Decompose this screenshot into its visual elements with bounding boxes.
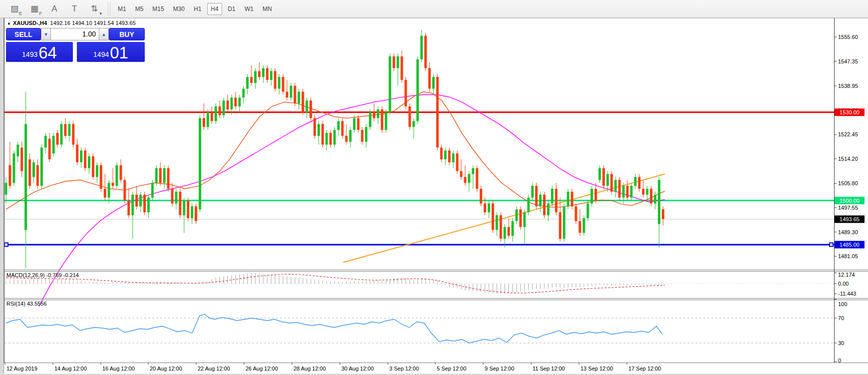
candle xyxy=(44,136,47,148)
date-axis-label: 22 Aug 12:00 xyxy=(198,366,230,372)
svg-text:1500.00: 1500.00 xyxy=(840,198,860,204)
sell-button[interactable]: SELL xyxy=(6,28,41,40)
timeframe-button-m30[interactable]: M30 xyxy=(170,3,188,15)
timeframe-button-m15[interactable]: M15 xyxy=(149,3,167,15)
candle xyxy=(512,221,514,236)
lot-increase-button[interactable]: ▲ xyxy=(99,28,109,40)
candle xyxy=(365,127,367,141)
candle xyxy=(329,133,332,145)
candle xyxy=(527,198,530,213)
date-axis-label: 20 Aug 12:00 xyxy=(150,366,182,372)
candle xyxy=(127,201,130,216)
rsi-axis-label: 30 xyxy=(838,340,844,346)
candle xyxy=(464,177,466,183)
macd-label: MACD(12,26,9) -0.769 -0.214 xyxy=(6,272,79,278)
candle xyxy=(586,204,589,219)
price-axis-label: 1505.80 xyxy=(838,180,858,186)
timeframe-button-h1[interactable]: H1 xyxy=(190,3,205,15)
candle xyxy=(357,118,359,130)
candle xyxy=(321,124,324,144)
candle xyxy=(638,177,640,189)
text-box-icon[interactable]: T xyxy=(67,3,82,15)
timeframe-button-m1[interactable]: M1 xyxy=(114,3,130,15)
candle xyxy=(104,189,106,198)
candle xyxy=(412,121,415,127)
candle xyxy=(227,100,229,109)
candle xyxy=(531,186,534,198)
candle xyxy=(662,209,664,219)
candle xyxy=(519,209,522,227)
rsi-label: RSI(14) 43.5556 xyxy=(6,301,47,307)
lot-decrease-button[interactable]: ▼ xyxy=(41,28,51,40)
candle xyxy=(175,192,178,204)
sell-price-big-figure: 1493 xyxy=(22,48,37,61)
candle xyxy=(500,215,502,239)
candle xyxy=(610,174,613,192)
svg-text:1493.65: 1493.65 xyxy=(840,216,860,222)
rsi-axis-label: 0 xyxy=(838,358,841,364)
candle xyxy=(278,77,281,89)
candle xyxy=(286,92,289,98)
date-axis-label: 16 Aug 12:00 xyxy=(102,366,135,372)
candle xyxy=(385,112,387,130)
candle xyxy=(52,136,55,153)
candle xyxy=(448,150,451,162)
line-handle-icon[interactable] xyxy=(4,243,8,246)
lot-size-input[interactable]: 1.00 xyxy=(51,28,99,40)
candle xyxy=(436,77,439,147)
date-axis-label: 3 Sep 12:00 xyxy=(389,366,419,372)
candle xyxy=(381,109,383,130)
candle xyxy=(404,80,407,106)
candle xyxy=(262,68,265,77)
candle xyxy=(191,206,193,218)
candle xyxy=(187,201,189,218)
timeframe-button-h4[interactable]: H4 xyxy=(207,3,222,15)
buy-price-points: 01 xyxy=(110,44,128,61)
date-axis-label: 17 Sep 12:00 xyxy=(628,366,661,372)
candle xyxy=(543,195,546,215)
draw-objects-icon[interactable]: ▨E xyxy=(7,3,22,15)
candle xyxy=(590,189,593,204)
price-axis-label: 1522.45 xyxy=(838,131,858,137)
candle xyxy=(444,150,447,159)
sort-arrows-icon[interactable]: ⇅▾ xyxy=(87,3,102,15)
candle xyxy=(231,97,233,109)
candle xyxy=(64,124,66,136)
rsi-line[interactable] xyxy=(6,315,662,344)
candle xyxy=(112,183,114,186)
candle xyxy=(472,168,474,174)
text-label-icon[interactable]: A xyxy=(47,3,62,15)
candle xyxy=(598,168,601,180)
line-handle-icon[interactable] xyxy=(830,243,833,246)
price-axis-label: 1514.20 xyxy=(838,156,858,162)
candle xyxy=(452,153,455,162)
candle xyxy=(171,189,174,204)
candle xyxy=(305,100,308,112)
candle xyxy=(516,209,518,221)
timeframe-button-mn[interactable]: MN xyxy=(259,3,276,15)
price-axis-label: 1547.35 xyxy=(838,58,858,64)
sell-price-box[interactable]: 1493 64 xyxy=(6,42,73,62)
candle xyxy=(602,168,605,186)
buy-button[interactable]: BUY xyxy=(109,28,145,40)
candle xyxy=(523,212,526,227)
rsi-axis-label: 70 xyxy=(838,315,844,321)
candle xyxy=(535,186,538,206)
chart-title: ▲XAUUSD-,H4 1492.16 1494.10 1491.54 1493… xyxy=(7,20,136,26)
timeframe-button-w1[interactable]: W1 xyxy=(241,3,257,15)
candle xyxy=(622,186,625,198)
candle xyxy=(389,56,391,112)
candle xyxy=(60,124,63,144)
macd-axis-label: 12.174 xyxy=(838,272,855,278)
candle xyxy=(84,150,86,168)
grid-indicator-icon[interactable]: ▦F xyxy=(27,3,42,15)
candle xyxy=(135,195,138,207)
timeframe-button-m5[interactable]: M5 xyxy=(132,3,147,15)
buy-price-box[interactable]: 1494 01 xyxy=(77,42,145,62)
timeframe-button-d1[interactable]: D1 xyxy=(224,3,239,15)
candle xyxy=(460,171,462,177)
collapse-triangle-icon[interactable]: ▲ xyxy=(7,21,11,25)
candle xyxy=(579,221,581,233)
candle xyxy=(547,204,550,216)
title-ohlc: 1492.16 1494.10 1491.54 1493.65 xyxy=(50,20,136,26)
